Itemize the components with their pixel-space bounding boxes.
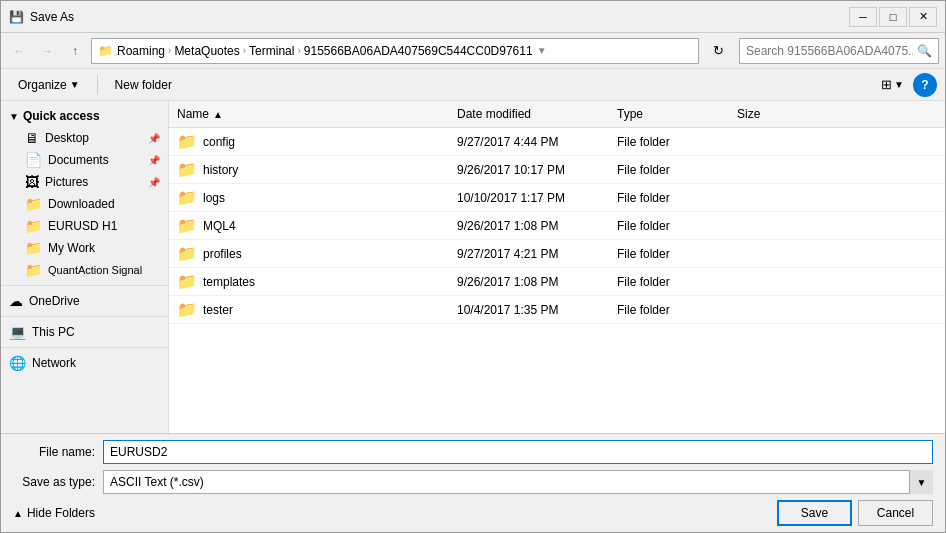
file-size: [729, 250, 809, 258]
col-header-type[interactable]: Type: [609, 103, 729, 125]
table-row[interactable]: 📁 logs 10/10/2017 1:17 PM File folder: [169, 184, 945, 212]
sidebar-item-desktop[interactable]: 🖥 Desktop 📌: [1, 127, 168, 149]
pictures-pin-icon: 📌: [148, 177, 160, 188]
save-as-dialog: 💾 Save As ─ □ ✕ ← → ↑ 📁 Roaming › MetaQu…: [0, 0, 946, 533]
window-controls: ─ □ ✕: [849, 7, 937, 27]
search-icon: 🔍: [917, 44, 932, 58]
file-size: [729, 306, 809, 314]
col-header-name[interactable]: Name ▲: [169, 103, 449, 125]
view-dropdown-icon: ▼: [894, 79, 904, 90]
new-folder-label: New folder: [115, 78, 172, 92]
sidebar-documents-label: Documents: [48, 153, 109, 167]
sidebar-item-this-pc[interactable]: 💻 This PC: [1, 321, 168, 343]
file-type: File folder: [609, 243, 729, 265]
save-as-type-label: Save as type:: [13, 475, 103, 489]
organize-button[interactable]: Organize ▼: [9, 73, 89, 97]
toolbar: Organize ▼ New folder ⊞ ▼ ?: [1, 69, 945, 101]
table-row[interactable]: 📁 profiles 9/27/2017 4:21 PM File folder: [169, 240, 945, 268]
sidebar-item-pictures[interactable]: 🖼 Pictures 📌: [1, 171, 168, 193]
search-box: 🔍: [739, 38, 939, 64]
my-work-icon: 📁: [25, 240, 42, 256]
hide-folders-chevron-icon: ▲: [13, 508, 23, 519]
sidebar-divider-3: [1, 347, 168, 348]
sidebar-item-onedrive[interactable]: ☁ OneDrive: [1, 290, 168, 312]
new-folder-button[interactable]: New folder: [106, 73, 181, 97]
file-name-input[interactable]: [103, 440, 933, 464]
hide-folders-button[interactable]: ▲ Hide Folders: [13, 506, 95, 520]
file-type: File folder: [609, 159, 729, 181]
onedrive-icon: ☁: [9, 293, 23, 309]
breadcrumb-folder-icon: 📁: [98, 44, 113, 58]
table-row[interactable]: 📁 MQL4 9/26/2017 1:08 PM File folder: [169, 212, 945, 240]
file-name: history: [203, 163, 238, 177]
sidebar-onedrive-label: OneDrive: [29, 294, 80, 308]
folder-icon: 📁: [177, 216, 197, 235]
file-list-header: Name ▲ Date modified Type Size: [169, 101, 945, 128]
search-input[interactable]: [746, 44, 913, 58]
quick-access-header[interactable]: ▼ Quick access: [1, 105, 168, 127]
table-row[interactable]: 📁 config 9/27/2017 4:44 PM File folder: [169, 128, 945, 156]
cancel-button[interactable]: Cancel: [858, 500, 933, 526]
quantaction-icon: 📁: [25, 262, 42, 278]
back-button[interactable]: ←: [7, 39, 31, 63]
toolbar-separator: [97, 75, 98, 95]
breadcrumb: 📁 Roaming › MetaQuotes › Terminal › 9155…: [91, 38, 699, 64]
sidebar-item-eurusd[interactable]: 📁 EURUSD H1: [1, 215, 168, 237]
breadcrumb-terminal[interactable]: Terminal: [249, 44, 294, 58]
breadcrumb-sep-2: ›: [243, 45, 246, 56]
bottom-buttons: ▲ Hide Folders Save Cancel: [13, 500, 933, 526]
file-name-label: File name:: [13, 445, 103, 459]
file-date: 9/26/2017 1:08 PM: [449, 271, 609, 293]
file-date: 9/27/2017 4:44 PM: [449, 131, 609, 153]
desktop-icon: 🖥: [25, 130, 39, 146]
sidebar-network-label: Network: [32, 356, 76, 370]
breadcrumb-metaquotes[interactable]: MetaQuotes: [174, 44, 239, 58]
save-button[interactable]: Save: [777, 500, 852, 526]
sidebar-item-downloaded[interactable]: 📁 Downloaded: [1, 193, 168, 215]
file-name: logs: [203, 191, 225, 205]
table-row[interactable]: 📁 templates 9/26/2017 1:08 PM File folde…: [169, 268, 945, 296]
quick-access-label: Quick access: [23, 109, 100, 123]
folder-icon: 📁: [177, 188, 197, 207]
minimize-button[interactable]: ─: [849, 7, 877, 27]
view-icon: ⊞: [881, 77, 892, 92]
col-header-date[interactable]: Date modified: [449, 103, 609, 125]
file-type: File folder: [609, 131, 729, 153]
sidebar-item-documents[interactable]: 📄 Documents 📌: [1, 149, 168, 171]
eurusd-icon: 📁: [25, 218, 42, 234]
file-date: 9/26/2017 10:17 PM: [449, 159, 609, 181]
sidebar-desktop-label: Desktop: [45, 131, 89, 145]
close-button[interactable]: ✕: [909, 7, 937, 27]
this-pc-icon: 💻: [9, 324, 26, 340]
organize-label: Organize: [18, 78, 67, 92]
folder-icon: 📁: [177, 300, 197, 319]
downloaded-icon: 📁: [25, 196, 42, 212]
save-as-type-select[interactable]: ASCII Text (*.csv): [103, 470, 933, 494]
maximize-button[interactable]: □: [879, 7, 907, 27]
main-content: ▼ Quick access 🖥 Desktop 📌 📄 Documents 📌…: [1, 101, 945, 433]
col-header-size[interactable]: Size: [729, 103, 809, 125]
table-row[interactable]: 📁 history 9/26/2017 10:17 PM File folder: [169, 156, 945, 184]
sidebar-item-network[interactable]: 🌐 Network: [1, 352, 168, 374]
quick-access-chevron: ▼: [9, 111, 19, 122]
sidebar-item-quantaction[interactable]: 📁 QuantAction Signal: [1, 259, 168, 281]
sidebar-divider-2: [1, 316, 168, 317]
up-button[interactable]: ↑: [63, 39, 87, 63]
file-list: Name ▲ Date modified Type Size 📁 config: [169, 101, 945, 433]
file-name: profiles: [203, 247, 242, 261]
table-row[interactable]: 📁 tester 10/4/2017 1:35 PM File folder: [169, 296, 945, 324]
sidebar-my-work-label: My Work: [48, 241, 95, 255]
folder-icon: 📁: [177, 160, 197, 179]
file-name-row: File name:: [13, 440, 933, 464]
sidebar-item-my-work[interactable]: 📁 My Work: [1, 237, 168, 259]
file-type: File folder: [609, 215, 729, 237]
breadcrumb-dropdown-icon[interactable]: ▼: [537, 45, 547, 56]
forward-button[interactable]: →: [35, 39, 59, 63]
help-button[interactable]: ?: [913, 73, 937, 97]
refresh-button[interactable]: ↻: [705, 38, 731, 64]
sidebar-downloaded-label: Downloaded: [48, 197, 115, 211]
breadcrumb-sep-1: ›: [168, 45, 171, 56]
breadcrumb-roaming[interactable]: Roaming: [117, 44, 165, 58]
view-button[interactable]: ⊞ ▼: [876, 73, 909, 97]
organize-dropdown-icon: ▼: [70, 79, 80, 90]
